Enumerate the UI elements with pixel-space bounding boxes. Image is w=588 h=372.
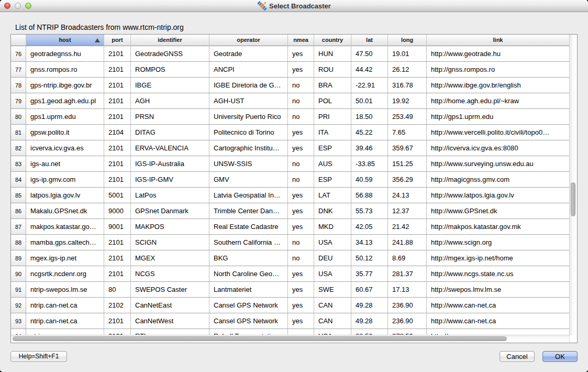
cell-long: 236.90 [388, 298, 427, 313]
cell-long: 241.88 [388, 235, 427, 250]
column-header-host[interactable]: host [26, 35, 104, 46]
cell-port: 2101 [104, 46, 131, 61]
column-header-identifier[interactable]: identifier [131, 35, 209, 46]
cell-link: http://swepos.lmv.lm.se [427, 282, 569, 297]
cell-link: http://www.vercelli.polito.it/civili/top… [427, 125, 569, 140]
column-header-port[interactable]: port [104, 35, 131, 46]
horizontal-scrollbar[interactable] [11, 335, 569, 343]
cell-host: latpos.lgia.gov.lv [26, 188, 104, 203]
cell-long: 12.37 [388, 203, 427, 218]
cell-country: MKD [314, 219, 351, 234]
cell-long: 26.12 [388, 62, 427, 77]
vertical-scrollbar-thumb[interactable] [571, 182, 575, 216]
cell-long: 8.69 [388, 250, 427, 266]
cell-link: http://www.latpos.lgia.gov.lv [427, 188, 569, 203]
table-row[interactable]: 86Makalu.GPSnet.dk9000GPSnet DanmarkTrim… [11, 203, 569, 219]
horizontal-scrollbar-thumb[interactable] [13, 336, 507, 341]
cell-link: http://mgex.igs-ip.net/home [427, 250, 569, 266]
cell-long: 356.29 [388, 172, 427, 187]
cell-country: LAT [314, 188, 351, 203]
cell-country: CAN [314, 298, 351, 313]
ok-button[interactable]: OK [542, 351, 578, 362]
cell-rownum: 81 [11, 125, 26, 140]
table-row[interactable]: 82icverva.icv.gva.es2101ERVA-VALENCIACar… [11, 140, 569, 156]
cell-port: 2101 [104, 156, 131, 171]
table-row[interactable]: 91ntrip-swepos.lm.se80SWEPOS CasterLantm… [11, 282, 569, 298]
cell-lat: 50.01 [351, 93, 388, 108]
cell-nmea: yes [288, 188, 314, 203]
dialog-window: Select Broadcaster List of NTRIP Broadca… [0, 0, 588, 372]
cell-long: 17.13 [388, 282, 427, 297]
cell-lat: 18.50 [351, 109, 388, 124]
cell-country: POL [314, 93, 351, 108]
cell-country: PRI [314, 109, 351, 124]
cell-host: gps1.uprm.edu [26, 109, 104, 124]
cell-link: http://www.can-net.ca [427, 298, 569, 313]
column-header-link[interactable]: link [427, 35, 569, 46]
cell-long: 19.01 [388, 46, 427, 61]
table-row[interactable]: 78gps-ntrip.ibge.gov.br2101IBGEIGBE Dire… [11, 78, 569, 93]
column-header-operator[interactable]: operator [209, 35, 288, 46]
cell-nmea: no [288, 78, 314, 93]
column-header-num[interactable] [11, 35, 26, 46]
cell-country: DEU [314, 250, 351, 266]
table-row[interactable]: 77gnss.rompos.ro2101ROMPOSANCPIyesROU44.… [11, 62, 569, 78]
table-row[interactable]: 90ncgsrtk.ncdenr.org2101NCGSNorth Caroli… [11, 266, 569, 282]
cell-lat: 56.88 [351, 188, 388, 203]
cell-identifier: SCIGN [131, 235, 209, 250]
cell-rownum: 78 [11, 78, 26, 93]
cell-operator: Southern California … [209, 235, 288, 250]
table-row[interactable]: 85latpos.lgia.gov.lv5001LatPosLatvia Geo… [11, 188, 569, 203]
cell-nmea: no [288, 156, 314, 171]
table-row[interactable]: 83igs-au.net2101IGS-IP-AustraliaUNSW-SSI… [11, 156, 569, 172]
table-row[interactable]: 88mamba.gps.caltech…2101SCIGNSouthern Ca… [11, 235, 569, 250]
cell-port: 2101 [104, 172, 131, 187]
cell-identifier: ERVA-VALENCIA [131, 140, 209, 156]
cell-port: 2101 [104, 235, 131, 250]
cell-rownum: 79 [11, 93, 26, 108]
cell-long: 236.90 [388, 313, 427, 329]
cell-link: http://www.ncgs.state.nc.us [427, 266, 569, 281]
table-row[interactable]: 79gps1.geod.agh.edu.pl2101AGHAGH-USTnoPO… [11, 93, 569, 109]
title-bar[interactable]: Select Broadcaster [0, 0, 588, 12]
column-header-long[interactable]: long [388, 35, 427, 46]
cell-operator: Real Estate Cadastre [209, 219, 288, 234]
column-header-label: link [493, 37, 503, 43]
column-header-label: nmea [293, 37, 308, 43]
column-header-lat[interactable]: lat [351, 35, 388, 46]
column-header-country[interactable]: country [314, 35, 351, 46]
cell-rownum: 82 [11, 140, 26, 156]
cell-operator: AGH-UST [209, 93, 288, 108]
cell-host: mgex.igs-ip.net [26, 250, 104, 266]
cell-identifier: CanNetEast [131, 298, 209, 313]
cell-nmea: yes [288, 282, 314, 297]
cell-lat: 35.77 [351, 266, 388, 281]
table-row[interactable]: 76geotradegnss.hu2101GeotradeGNSSGeotrad… [11, 46, 569, 62]
table-row[interactable]: 87makpos.katastar.go…9001MAKPOSReal Esta… [11, 219, 569, 235]
table-row[interactable]: 89mgex.igs-ip.net2101MGEXBKGnoDEU50.128.… [11, 250, 569, 266]
app-satellite-icon [257, 1, 267, 10]
vertical-scrollbar[interactable] [569, 35, 577, 335]
help-button[interactable]: Help=Shift+F1 [10, 351, 67, 362]
table-row[interactable]: 92ntrip.can-net.ca2102CanNetEastCansel G… [11, 298, 569, 313]
cell-operator: Cansel GPS Network [209, 298, 288, 313]
table-row[interactable]: 84igs-ip.gmv.com2101IGS-IP-GMVGMVnoESP40… [11, 172, 569, 188]
table-row[interactable]: 81gpsw.polito.it2104DITAGPolitecnico di … [11, 125, 569, 140]
cell-long: 7.65 [388, 125, 427, 140]
cell-host: gps1.geod.agh.edu.pl [26, 93, 104, 108]
table-row[interactable]: 80gps1.uprm.edu2101PRSNUniversity Puerto… [11, 109, 569, 125]
cell-port: 2101 [104, 62, 131, 77]
table-row[interactable]: 93ntrip.can-net.ca2101CanNetWestCansel G… [11, 313, 569, 329]
cell-identifier: AGH [131, 93, 209, 108]
cancel-button[interactable]: Cancel [500, 351, 535, 362]
cell-rownum: 76 [11, 46, 26, 61]
cell-link: http://www.scign.org [427, 235, 569, 250]
cell-nmea: yes [288, 125, 314, 140]
cell-country: ESP [314, 172, 351, 187]
cell-operator: Lantmateriet [209, 282, 288, 297]
column-header-label: country [322, 37, 343, 43]
cell-link: http://icverva.icv.gva.es:8080 [427, 140, 569, 156]
cell-lat: 49.28 [351, 313, 388, 329]
cell-port: 80 [104, 282, 131, 297]
column-header-nmea[interactable]: nmea [288, 35, 314, 46]
